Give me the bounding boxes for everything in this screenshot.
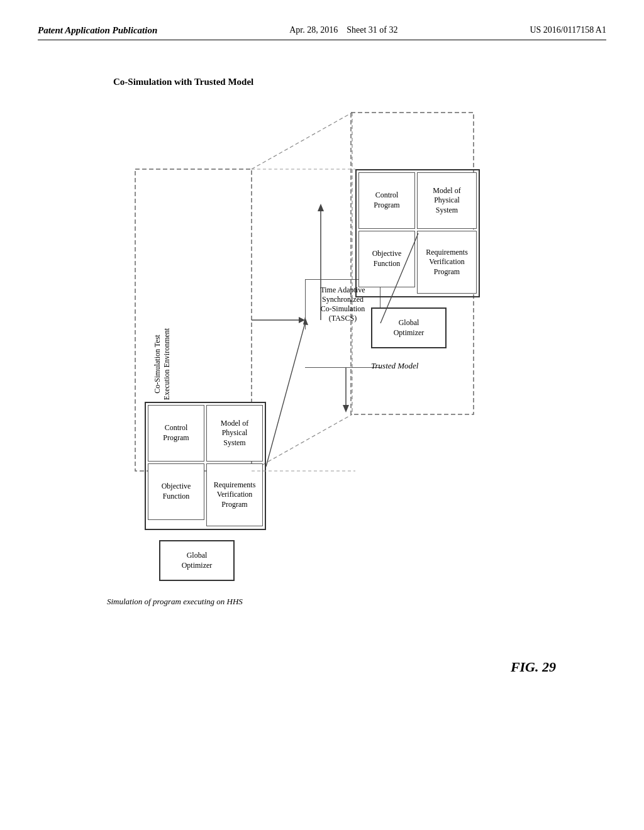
page: Patent Application Publication Apr. 28, … bbox=[0, 0, 644, 830]
sim-bottom-label: Simulation of program executing on HHS bbox=[107, 597, 243, 607]
figure-label: FIG. 29 bbox=[511, 659, 556, 675]
arrows-overlay bbox=[38, 47, 606, 788]
svg-marker-7 bbox=[343, 405, 349, 412]
sim-global-optimizer: GlobalOptimizer bbox=[159, 540, 235, 581]
svg-line-2 bbox=[252, 414, 352, 471]
svg-marker-9 bbox=[318, 204, 324, 211]
publication-title: Patent Application Publication bbox=[38, 25, 157, 36]
trusted-bottom-label: Trusted Model bbox=[371, 361, 418, 371]
patent-number: US 2016/0117158 A1 bbox=[530, 25, 606, 35]
trusted-global-optimizer: GlobalOptimizer bbox=[371, 307, 447, 348]
diagram-area: Co-Simulation with Trusted Model Co-Simu… bbox=[38, 47, 606, 788]
svg-line-11 bbox=[266, 323, 305, 467]
trusted-group-border bbox=[355, 169, 480, 297]
main-diagram-title: Co-Simulation with Trusted Model bbox=[113, 77, 253, 87]
tascs-bottom bbox=[305, 367, 380, 368]
sheet-info: Sheet 31 of 32 bbox=[347, 25, 397, 35]
header-center: Apr. 28, 2016 Sheet 31 of 32 bbox=[289, 25, 397, 35]
page-header: Patent Application Publication Apr. 28, … bbox=[38, 25, 606, 40]
diagram-lines bbox=[38, 47, 606, 788]
svg-marker-5 bbox=[299, 317, 305, 323]
pub-date: Apr. 28, 2016 bbox=[289, 25, 338, 35]
svg-line-1 bbox=[252, 113, 352, 169]
sim-group-border bbox=[145, 402, 266, 530]
